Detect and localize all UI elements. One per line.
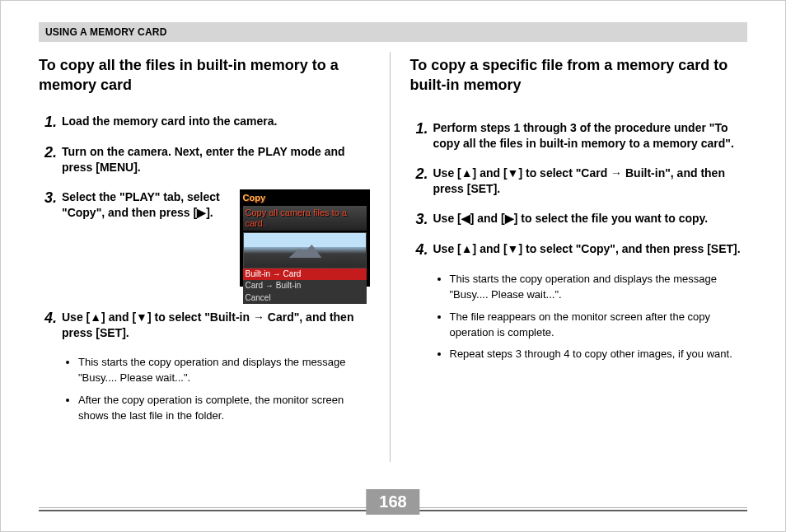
page-number: 168 bbox=[366, 489, 419, 515]
step-text: Use [▲] and [▼] to select "Card → Built-… bbox=[433, 166, 742, 198]
step-2: 2. Use [▲] and [▼] to select "Card → Bui… bbox=[410, 166, 742, 198]
right-heading: To copy a specific file from a memory ca… bbox=[410, 55, 742, 96]
step-number: 2. bbox=[39, 144, 57, 161]
lcd-menu-item: Card → Built-in bbox=[243, 280, 367, 292]
step-number: 1. bbox=[39, 114, 57, 131]
step-text: Use [◀] and [▶] to select the file you w… bbox=[433, 211, 742, 227]
section-title-bar: USING A MEMORY CARD bbox=[39, 22, 747, 42]
step-3: 3. Select the "PLAY" tab, select "Copy",… bbox=[39, 189, 230, 222]
step-number: 4. bbox=[410, 241, 428, 259]
step-3-with-lcd: 3. Select the "PLAY" tab, select "Copy",… bbox=[39, 189, 370, 287]
step-4-notes: This starts the copy operation and displ… bbox=[450, 272, 742, 362]
note-item: The file reappears on the monitor screen… bbox=[450, 310, 742, 341]
step-text: Use [▲] and [▼] to select "Built-in → Ca… bbox=[62, 310, 370, 342]
lcd-title: Copy bbox=[243, 193, 367, 204]
step-1: 1. Load the memory card into the camera. bbox=[39, 114, 370, 131]
lcd-menu-selected: Built-in → Card bbox=[243, 268, 367, 281]
step-2: 2. Turn on the camera. Next, enter the P… bbox=[39, 144, 370, 176]
page-footer: 168 bbox=[39, 507, 747, 511]
right-column: To copy a specific file from a memory ca… bbox=[390, 52, 748, 462]
content-columns: To copy all the files in built-in memory… bbox=[39, 52, 747, 462]
note-item: This starts the copy operation and displ… bbox=[78, 355, 370, 386]
step-number: 1. bbox=[410, 120, 428, 138]
step-text: Select the "PLAY" tab, select "Copy", an… bbox=[62, 189, 230, 222]
step-number: 4. bbox=[39, 310, 57, 327]
left-column: To copy all the files in built-in memory… bbox=[39, 52, 390, 462]
step-number: 3. bbox=[39, 189, 57, 207]
manual-page: USING A MEMORY CARD To copy all the file… bbox=[0, 0, 786, 532]
note-item: After the copy operation is complete, th… bbox=[78, 393, 370, 424]
step-number: 3. bbox=[410, 211, 428, 228]
camera-lcd-illustration: Copy Copy all camera files to a card. Bu… bbox=[240, 189, 370, 287]
step-text: Use [▲] and [▼] to select "Copy", and th… bbox=[433, 241, 742, 258]
step-text: Load the memory card into the camera. bbox=[62, 114, 370, 130]
step-4-notes: This starts the copy operation and displ… bbox=[78, 355, 370, 423]
step-text: Turn on the camera. Next, enter the PLAY… bbox=[62, 144, 370, 176]
note-item: This starts the copy operation and displ… bbox=[450, 272, 742, 303]
step-1: 1. Perform steps 1 through 3 of the proc… bbox=[410, 120, 742, 152]
step-number: 2. bbox=[410, 166, 428, 183]
left-heading: To copy all the files in built-in memory… bbox=[39, 55, 370, 96]
note-item: Repeat steps 3 through 4 to copy other i… bbox=[450, 347, 742, 362]
step-text: Perform steps 1 through 3 of the procedu… bbox=[433, 120, 742, 152]
lcd-menu-item: Cancel bbox=[243, 292, 367, 305]
step-4: 4. Use [▲] and [▼] to select "Built-in →… bbox=[39, 310, 370, 342]
lcd-menu: Built-in → Card Card → Built-in Cancel bbox=[243, 268, 367, 305]
lcd-landscape-image bbox=[243, 232, 367, 268]
lcd-subtitle: Copy all camera files to a card. bbox=[243, 206, 367, 231]
step-4: 4. Use [▲] and [▼] to select "Copy", and… bbox=[410, 241, 742, 259]
step-3: 3. Use [◀] and [▶] to select the file yo… bbox=[410, 211, 742, 228]
